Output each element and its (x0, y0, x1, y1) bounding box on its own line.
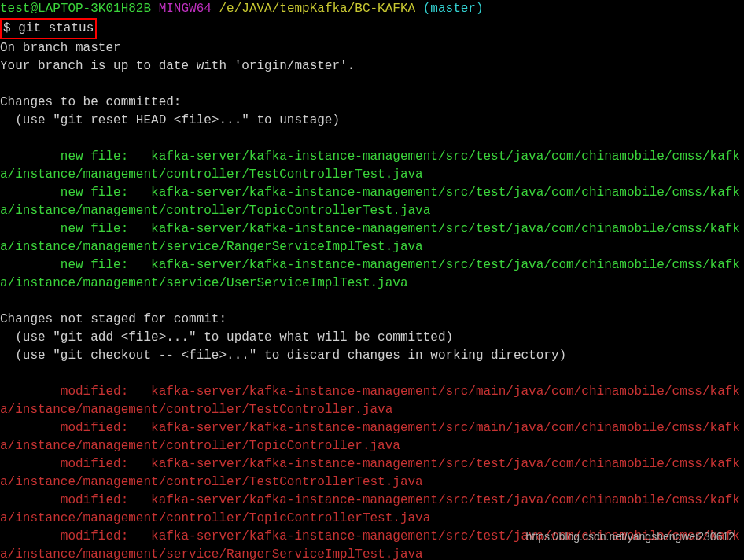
prompt-user: test@LAPTOP-3K01H82B (0, 2, 151, 16)
modified-label: modified: (0, 457, 151, 471)
modified-line: modified: kafka-server/kafka-instance-ma… (0, 457, 740, 489)
not-staged-header: Changes not staged for commit: (0, 312, 227, 326)
status-up-to-date: Your branch is up to date with 'origin/m… (0, 59, 355, 73)
new-file-label: new file: (0, 186, 151, 200)
command-highlight-box: $ git status (0, 18, 97, 39)
modified-line: modified: kafka-server/kafka-instance-ma… (0, 421, 740, 453)
new-file-line: new file: kafka-server/kafka-instance-ma… (0, 149, 740, 182)
add-hint: (use "git add <file>..." to update what … (0, 330, 453, 344)
new-file-line: new file: kafka-server/kafka-instance-ma… (0, 258, 740, 290)
unstage-hint: (use "git reset HEAD <file>..." to unsta… (0, 113, 340, 127)
new-file-label: new file: (0, 149, 151, 164)
command-text: git status (18, 21, 94, 35)
new-file-line: new file: kafka-server/kafka-instance-ma… (0, 222, 740, 254)
checkout-hint: (use "git checkout -- <file>..." to disc… (0, 348, 566, 363)
changes-commit-header: Changes to be committed: (0, 95, 181, 109)
new-file-label: new file: (0, 222, 151, 236)
terminal-window[interactable]: test@LAPTOP-3K01H82B MINGW64 /e/JAVA/tem… (0, 0, 744, 560)
modified-line: modified: kafka-server/kafka-instance-ma… (0, 493, 740, 525)
prompt-path: /e/JAVA/tempKafka/BC-KAFKA (219, 2, 415, 16)
prompt-branch: (master) (423, 2, 484, 16)
modified-label: modified: (0, 529, 151, 543)
status-on-branch: On branch master (0, 41, 121, 55)
modified-label: modified: (0, 385, 151, 399)
watermark-text: https://blog.csdn.net/yangshengwei230612 (526, 528, 735, 546)
new-file-label: new file: (0, 258, 151, 272)
modified-line: modified: kafka-server/kafka-instance-ma… (0, 385, 740, 417)
prompt-shell: MINGW64 (159, 2, 212, 16)
modified-label: modified: (0, 493, 151, 507)
prompt-dollar: $ (3, 21, 11, 35)
new-file-line: new file: kafka-server/kafka-instance-ma… (0, 186, 740, 218)
modified-label: modified: (0, 421, 151, 435)
